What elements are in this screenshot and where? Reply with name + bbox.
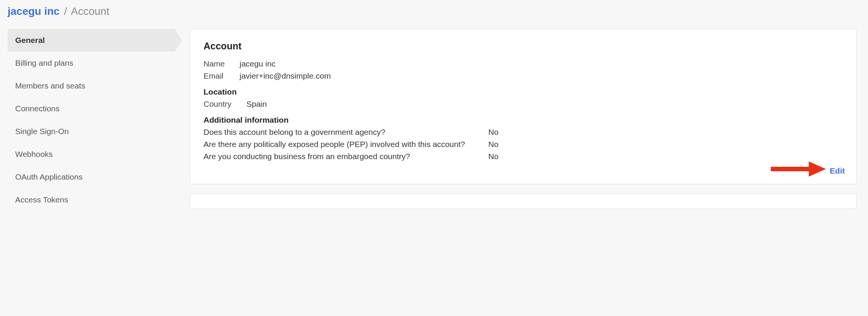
account-name-label: Name	[204, 59, 232, 68]
account-email-label: Email	[204, 71, 232, 81]
question-row-pep: Are there any politically exposed people…	[204, 140, 843, 149]
main-content: Account Name jacegu inc Email javier+inc…	[190, 29, 860, 218]
question-row-embargo: Are you conducting business from an emba…	[204, 152, 843, 161]
location-heading: Location	[204, 87, 843, 96]
account-card: Account Name jacegu inc Email javier+inc…	[190, 29, 857, 184]
question-answer: No	[488, 152, 499, 161]
question-text: Are you conducting business from an emba…	[204, 152, 488, 161]
sidebar-item-label: Access Tokens	[15, 195, 68, 204]
question-answer: No	[488, 128, 499, 137]
question-answer: No	[488, 140, 499, 149]
sidebar-item-billing[interactable]: Billing and plans	[8, 52, 175, 74]
sidebar-item-label: Single Sign-On	[15, 127, 69, 136]
breadcrumb-current: Account	[71, 5, 109, 17]
breadcrumb: jacegu inc / Account	[8, 5, 860, 17]
sidebar-item-webhooks[interactable]: Webhooks	[8, 143, 175, 166]
question-text: Does this account belong to a government…	[204, 128, 488, 137]
sidebar-item-sso[interactable]: Single Sign-On	[8, 120, 175, 143]
sidebar-item-oauth[interactable]: OAuth Applications	[8, 166, 175, 188]
svg-marker-1	[809, 161, 826, 177]
edit-link[interactable]: Edit	[830, 166, 845, 175]
sidebar-item-label: General	[15, 36, 45, 44]
sidebar-item-label: OAuth Applications	[15, 172, 82, 181]
account-email-row: Email javier+inc@dnsimple.com	[204, 71, 843, 81]
breadcrumb-org-link[interactable]: jacegu inc	[8, 5, 60, 17]
question-row-gov: Does this account belong to a government…	[204, 128, 843, 137]
account-country-label: Country	[204, 100, 239, 109]
breadcrumb-separator: /	[64, 5, 67, 17]
sidebar-item-label: Billing and plans	[15, 58, 73, 67]
sidebar-item-general[interactable]: General	[8, 29, 175, 52]
question-text: Are there any politically exposed people…	[204, 140, 488, 149]
next-card	[190, 194, 857, 209]
account-email-value: javier+inc@dnsimple.com	[240, 71, 331, 81]
account-name-value: jacegu inc	[240, 59, 276, 68]
account-card-title: Account	[204, 41, 843, 52]
account-name-row: Name jacegu inc	[204, 59, 843, 68]
sidebar-item-members[interactable]: Members and seats	[8, 74, 175, 97]
sidebar: General Billing and plans Members and se…	[8, 29, 175, 218]
sidebar-item-connections[interactable]: Connections	[8, 97, 175, 120]
sidebar-item-label: Connections	[15, 104, 60, 113]
sidebar-item-label: Members and seats	[15, 81, 85, 90]
arrow-annotation-icon	[769, 160, 826, 179]
account-country-row: Country Spain	[204, 100, 843, 109]
sidebar-item-label: Webhooks	[15, 150, 53, 158]
sidebar-item-tokens[interactable]: Access Tokens	[8, 188, 175, 211]
additional-info-heading: Additional information	[204, 115, 843, 125]
account-country-value: Spain	[246, 100, 267, 109]
